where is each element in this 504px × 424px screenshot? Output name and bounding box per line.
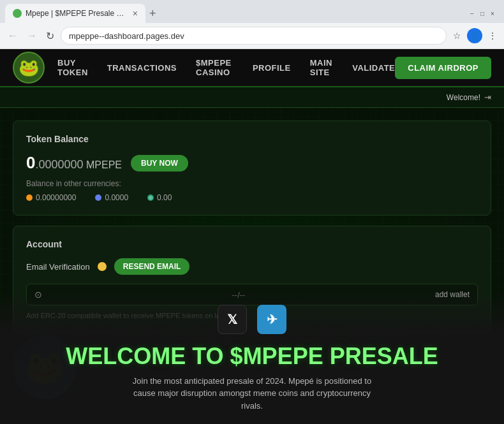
balance-symbol: MPEPE <box>86 159 122 170</box>
usdt-value: 0.00 <box>157 193 172 202</box>
nav-transactions[interactable]: TRANSACTIONS <box>107 63 177 73</box>
nav-casino[interactable]: $MPEPE CASINO <box>196 58 233 77</box>
currency-row: 0.00000000 0.0000 ◎ 0.00 <box>26 193 478 202</box>
nav-validate[interactable]: VALIDATE <box>352 63 395 73</box>
account-title: Account <box>26 239 478 249</box>
social-buttons: 𝕏 ✈ <box>218 305 286 334</box>
btc-balance: 0.00000000 <box>26 193 76 202</box>
token-balance-title: Token Balance <box>26 134 478 144</box>
forward-btn[interactable]: → <box>24 29 40 43</box>
browser-chrome: Mpepe | $MPEPE Presale Live... × + − □ ×… <box>0 0 504 49</box>
balance-display: 0.0000000 MPEPE <box>26 153 122 173</box>
welcome-text: Welcome! <box>447 93 480 102</box>
presale-subtitle: Join the most anticipated presale of 202… <box>124 375 380 413</box>
usdt-balance: ◎ 0.00 <box>147 193 172 202</box>
btc-value: 0.00000000 <box>36 193 76 202</box>
eth-icon <box>95 194 101 201</box>
minimize-btn[interactable]: − <box>468 10 476 17</box>
bookmark-icon[interactable]: ☆ <box>450 29 463 42</box>
logout-icon[interactable]: ⇥ <box>484 92 491 102</box>
maximize-btn[interactable]: □ <box>478 10 486 17</box>
site-logo: 🐸 <box>13 52 45 84</box>
other-currencies-label: Balance in other currencies: <box>26 179 478 188</box>
logo-frog-icon: 🐸 <box>19 58 39 78</box>
btc-icon <box>26 194 33 201</box>
email-label: Email Verification <box>26 262 90 272</box>
twitter-btn[interactable]: 𝕏 <box>218 305 247 334</box>
token-balance-card: Token Balance 0.0000000 MPEPE BUY NOW Ba… <box>13 121 491 216</box>
eth-value: 0.0000 <box>105 193 128 202</box>
website: 🐸 BUY TOKEN TRANSACTIONS $MPEPE CASINO P… <box>0 49 504 424</box>
tab-favicon <box>13 9 22 18</box>
eth-balance: 0.0000 <box>95 193 128 202</box>
site-navbar: 🐸 BUY TOKEN TRANSACTIONS $MPEPE CASINO P… <box>0 49 504 87</box>
balance-decimals: .0000000 <box>35 158 83 171</box>
site-main: Token Balance 0.0000000 MPEPE BUY NOW Ba… <box>0 108 504 424</box>
nav-profile[interactable]: PROFILE <box>253 63 291 73</box>
tab-close-btn[interactable]: × <box>133 8 138 18</box>
email-status-icon <box>98 262 107 271</box>
presale-title-prefix: WELCOME TO <box>66 343 230 369</box>
window-controls: − □ × <box>468 10 499 17</box>
active-tab[interactable]: Mpepe | $MPEPE Presale Live... × <box>5 4 145 23</box>
bottom-section: 𝕏 ✈ WELCOME TO $MPEPE PRESALE Join the m… <box>0 292 504 425</box>
balance-row: 0.0000000 MPEPE BUY NOW <box>26 153 478 173</box>
close-btn[interactable]: × <box>489 10 496 17</box>
presale-title: WELCOME TO $MPEPE PRESALE <box>66 343 438 370</box>
notif-bar: Welcome! ⇥ <box>0 87 504 108</box>
profile-icon[interactable]: 👤 <box>467 28 482 43</box>
presale-title-highlight: $MPEPE PRESALE <box>230 343 438 369</box>
address-bar-row: ← → ↻ ☆ 👤 ⋮ <box>0 23 504 48</box>
new-tab-btn[interactable]: + <box>149 7 156 20</box>
refresh-btn[interactable]: ↻ <box>43 29 57 43</box>
more-icon[interactable]: ⋮ <box>486 29 499 42</box>
tab-title: Mpepe | $MPEPE Presale Live... <box>26 9 126 18</box>
buy-now-btn[interactable]: BUY NOW <box>131 155 188 172</box>
address-input[interactable] <box>61 27 447 45</box>
resend-email-btn[interactable]: RESEND EMAIL <box>114 258 190 275</box>
nav-buy-token[interactable]: BUY TOKEN <box>57 58 88 77</box>
nav-main-site[interactable]: MAIN SITE <box>310 58 333 77</box>
telegram-btn[interactable]: ✈ <box>257 305 286 334</box>
browser-icons: ☆ 👤 ⋮ <box>450 28 499 43</box>
balance-zero: 0 <box>26 153 35 172</box>
back-btn[interactable]: ← <box>5 29 20 43</box>
usdt-icon: ◎ <box>147 194 154 201</box>
claim-airdrop-btn[interactable]: CLAIM AIRDROP <box>395 57 491 79</box>
site-nav-links: BUY TOKEN TRANSACTIONS $MPEPE CASINO PRO… <box>57 58 395 77</box>
email-verif-row: Email Verification RESEND EMAIL <box>26 258 478 275</box>
tab-bar: Mpepe | $MPEPE Presale Live... × + − □ × <box>0 0 504 23</box>
